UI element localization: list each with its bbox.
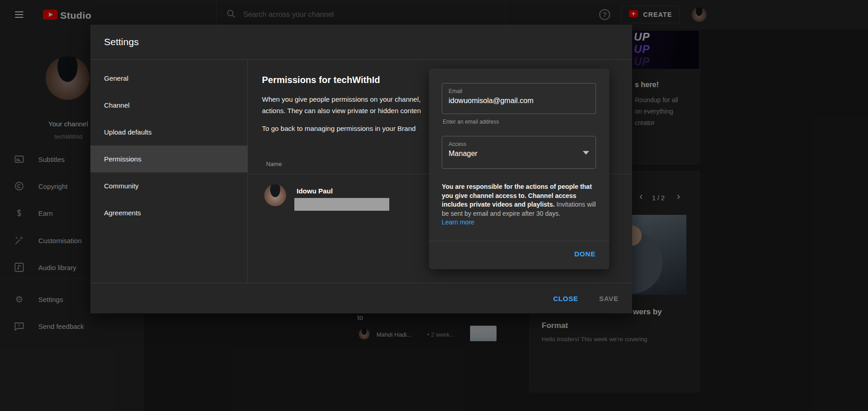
settings-nav-channel[interactable]: Channel — [90, 92, 247, 119]
settings-nav-community[interactable]: Community — [90, 172, 247, 199]
done-button[interactable]: DONE — [574, 250, 596, 258]
responsibility-warning: You are responsible for the actions of p… — [442, 182, 597, 227]
permissions-body-text: When you give people permissions on your… — [262, 95, 421, 103]
permissions-body-text: actions. They can also view private or h… — [262, 107, 421, 114]
chevron-down-icon — [583, 151, 589, 155]
permissions-body-text: To go back to managing permissions in yo… — [262, 125, 416, 132]
access-label: Access — [449, 141, 589, 147]
learn-more-link[interactable]: Learn more — [442, 218, 475, 227]
user-name: Idowu Paul — [297, 187, 333, 195]
access-selected-value: Manager — [449, 150, 589, 158]
settings-nav: General Channel Upload defaults Permissi… — [90, 60, 248, 283]
settings-nav-agreements[interactable]: Agreements — [90, 199, 247, 226]
settings-title: Settings — [104, 36, 139, 47]
popup-divider — [429, 241, 609, 241]
email-label: Email — [449, 88, 589, 94]
settings-nav-permissions[interactable]: Permissions — [90, 146, 247, 172]
settings-nav-upload-defaults[interactable]: Upload defaults — [90, 119, 247, 146]
table-column-name: Name — [266, 161, 282, 167]
user-avatar — [264, 184, 286, 206]
settings-modal-header: Settings — [90, 25, 632, 60]
permissions-heading: Permissions for techWithId — [262, 75, 380, 85]
email-input[interactable] — [449, 97, 589, 105]
settings-modal-footer: CLOSE SAVE — [90, 283, 632, 313]
user-role-redacted-bar — [294, 198, 389, 211]
email-field[interactable]: Email — [442, 83, 596, 114]
save-button[interactable]: SAVE — [599, 295, 618, 302]
close-button[interactable]: CLOSE — [553, 295, 578, 302]
invite-popup: Email Enter an email address Access Mana… — [429, 68, 609, 269]
access-dropdown[interactable]: Access Manager — [442, 136, 596, 169]
email-helper-text: Enter an email address — [443, 119, 499, 125]
settings-nav-general[interactable]: General — [90, 65, 247, 92]
